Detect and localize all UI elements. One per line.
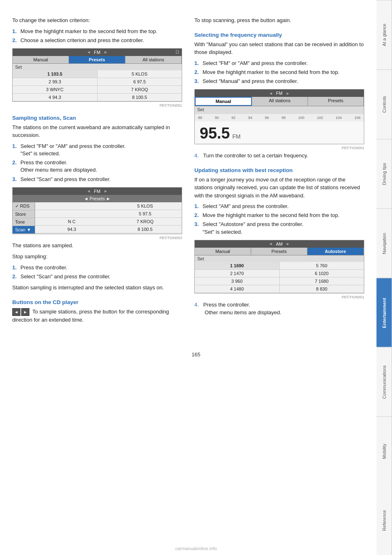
arrow-left: ◄ <box>269 91 273 96</box>
table-row: 3 960 7 1680 <box>195 278 364 285</box>
arrow-right: ► <box>104 50 108 54</box>
screen-tabs: Manual Presets All stations <box>13 56 182 64</box>
screen-cell: 6 97.5 <box>98 78 182 85</box>
screen-cell: 8 100.5 <box>109 226 182 233</box>
updating-heading: Updating stations with best reception <box>194 167 364 173</box>
step-text: Select "Scan" and press the controller. <box>20 273 182 280</box>
cd-heading: Buttons on the CD player <box>12 299 182 305</box>
cd-btn-left[interactable]: ◄ <box>12 308 20 316</box>
sampled-text: The stations are sampled. <box>12 242 182 250</box>
freq-manual-intro: With "Manual" you can select stations th… <box>194 40 364 56</box>
arrow-left: ◄ <box>269 242 273 246</box>
list-item: 2. Choose a selection criterion and pres… <box>12 37 182 44</box>
tab-controls[interactable]: Controls <box>376 69 392 139</box>
tab-presets[interactable]: Presets <box>69 56 125 63</box>
step-text: Move the highlight marker to the second … <box>20 28 182 35</box>
list-item: 1. Select "FM" or "AM" and press the con… <box>194 60 364 67</box>
step-num: 4. <box>194 302 199 308</box>
tab-all-stations[interactable]: All stations <box>252 97 308 106</box>
list-item: 1. Select "AM" and press the controller. <box>194 203 364 210</box>
screen-mode: FM <box>94 189 100 194</box>
list-item: 2. Select "Scan" and press the controlle… <box>12 273 182 280</box>
tab-manual[interactable]: Manual <box>13 56 69 63</box>
table-row: 4 94.3 8 100.5 <box>13 94 182 101</box>
step-text: Select "Autostore" and press the control… <box>203 221 364 235</box>
cd-buttons: ◄ ► <box>12 308 29 316</box>
screen-icon: ☐ <box>386 189 390 193</box>
tab-presets[interactable]: Presets <box>251 248 307 255</box>
stop-steps: 1. Press the controller. 2. Select "Scan… <box>12 264 182 280</box>
step-text: Select "Scan" and press the controller. <box>20 176 182 183</box>
tab-communications[interactable]: Communications <box>376 347 392 416</box>
screen-cell: 2 99.3 <box>13 78 98 85</box>
freq-manual-steps: 1. Select "FM" or "AM" and press the con… <box>194 60 364 85</box>
arrow-right: ► <box>286 91 290 96</box>
tab-navigation[interactable]: Navigation <box>376 208 392 278</box>
step-text: Select "FM" or "AM" and press the contro… <box>20 143 182 157</box>
tab-driving-tips[interactable]: Driving tips <box>376 139 392 208</box>
screen-cell: 7 1680 <box>280 278 364 285</box>
step-num: 1. <box>12 28 18 35</box>
tab-all-stations[interactable]: All stations <box>125 56 182 63</box>
intro-steps: 1. Move the highlight marker to the seco… <box>12 28 182 44</box>
menu-item-store[interactable]: Store <box>13 210 35 218</box>
screen-cell: N C <box>35 218 109 225</box>
step-num: 3. <box>194 78 200 85</box>
screen-cell <box>35 210 109 217</box>
tab-manual[interactable]: Manual <box>195 97 252 106</box>
intro-text: To change the selection criterion: <box>12 16 182 25</box>
screen-cell <box>35 202 109 210</box>
tab-autostore[interactable]: Autostore <box>307 248 364 255</box>
screen-cell: 2 1470 <box>195 270 280 277</box>
step-num: 2. <box>12 37 18 44</box>
menu-item-tone[interactable]: Tone <box>13 218 35 226</box>
screen-mode: AM <box>276 242 283 246</box>
menu-item-rds[interactable]: ✓ RDS <box>13 202 35 210</box>
sampling-heading: Sampling stations, Scan <box>12 115 182 121</box>
step-num: 1. <box>12 264 18 271</box>
screen-set-row: Set <box>195 106 364 113</box>
fm-frequency-display: 95.5 FM <box>195 121 364 144</box>
list-item: 1. Press the controller. <box>12 264 182 271</box>
cd-text: ◄ ► To sample stations, press the button… <box>12 308 182 324</box>
table-row: 4 1480 8 830 <box>195 285 364 293</box>
list-item: 1. Select "FM" or "AM" and press the con… <box>12 143 182 157</box>
arrow-right: ► <box>104 189 108 193</box>
tab-presets[interactable]: Presets <box>308 97 364 106</box>
step-num: 3. <box>194 221 200 235</box>
step-num: 2. <box>194 69 200 76</box>
main-content: To change the selection criterion: 1. Mo… <box>0 0 376 343</box>
table-row: 5 97.5 <box>35 210 182 218</box>
screen-header: ◄ FM ► ☐ <box>13 188 182 195</box>
stop-sampling-label: Stop sampling: <box>12 253 182 261</box>
freq-scale: 889092949698100102104106 <box>195 114 364 121</box>
list-item: 2. Move the highlight marker to the seco… <box>194 212 364 219</box>
screen-cell: 7 KROQ <box>109 218 182 225</box>
menu-item-scan[interactable]: Scan ▼ <box>13 226 35 234</box>
step-num: 4. <box>194 152 199 159</box>
cd-btn-right[interactable]: ► <box>21 308 29 316</box>
arrow-right: ► <box>286 242 290 246</box>
tab-reference[interactable]: Reference <box>376 486 392 555</box>
screen-mode: FM <box>94 50 100 55</box>
screen-icon: ☐ <box>386 91 390 96</box>
screen-cell: 8 100.5 <box>98 94 182 101</box>
screen-cell: 7 KROQ <box>98 86 182 93</box>
scan-menu: ✓ RDS Store Tone Scan ▼ 5 KLOS 5 97.5 <box>13 202 182 234</box>
scan-menu-left: ✓ RDS Store Tone Scan ▼ <box>13 202 35 234</box>
tab-mobility[interactable]: Mobility <box>376 416 392 486</box>
step4-text: 4. Turn the controller to set a certain … <box>194 152 364 160</box>
list-item: 3. Select "Scan" and press the controlle… <box>12 176 182 183</box>
tab-at-a-glance[interactable]: At a glance <box>376 0 392 69</box>
frequency-value: 95.5 <box>200 125 230 142</box>
tab-entertainment[interactable]: Entertainment <box>376 278 392 347</box>
list-item: 3. Select "Manual" and press the control… <box>194 78 364 85</box>
table-row: N C 7 KROQ <box>35 218 182 226</box>
left-column: To change the selection criterion: 1. Mo… <box>12 16 182 327</box>
screen-scan-menu: ◄ FM ► ☐ ◄ Presets ► ✓ RDS Store Tone Sc… <box>12 187 182 234</box>
step-text: Press the controller.Other menu items ar… <box>20 159 182 174</box>
screen-cell: 5 KLOS <box>109 202 182 210</box>
tab-manual[interactable]: Manual <box>195 248 251 255</box>
table-row: 1 1690 5 760 <box>195 262 364 270</box>
screen-cell: 5 760 <box>280 262 364 269</box>
